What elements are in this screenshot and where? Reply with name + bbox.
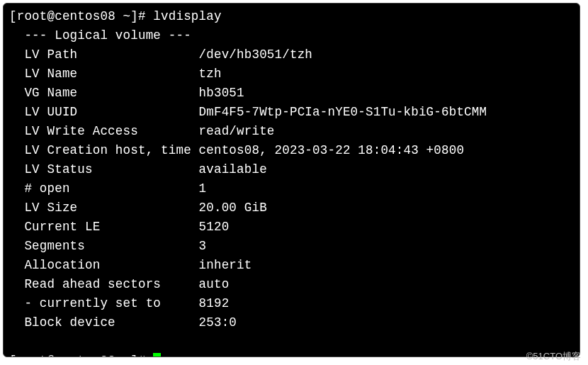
row-label: Segments: [9, 239, 191, 253]
row-value: tzh: [199, 67, 222, 81]
output-row: - currently set to 8192: [9, 294, 574, 313]
output-row: VG Name hb3051: [9, 84, 574, 103]
output-row: LV Size 20.00 GiB: [9, 198, 574, 218]
row-label: VG Name: [9, 86, 191, 100]
prompt-symbol: #: [138, 354, 146, 357]
row-separator: [191, 143, 199, 157]
row-value: 3: [199, 239, 207, 253]
row-value: read/write: [199, 124, 275, 138]
output-row: Allocation inherit: [9, 256, 574, 275]
row-label: LV UUID: [9, 105, 191, 119]
output-row: LV Status available: [9, 160, 574, 179]
output-rows: LV Path /dev/hb3051/tzh LV Name tzh VG N…: [9, 45, 574, 332]
bracket-open: [: [9, 9, 17, 23]
output-row: LV UUID DmF4F5-7Wtp-PCIa-nYE0-S1Tu-kbiG-…: [9, 103, 574, 122]
row-value: inherit: [199, 258, 252, 272]
row-separator: [191, 277, 199, 291]
space: [115, 354, 123, 357]
blank-line: [9, 332, 574, 352]
row-separator: [191, 201, 199, 215]
output-row: LV Creation host, time centos08, 2023-03…: [9, 141, 574, 160]
output-row: Current LE 5120: [9, 218, 574, 237]
space: [146, 354, 154, 357]
row-value: centos08, 2023-03-22 18:04:43 +0800: [199, 143, 465, 157]
prompt-host: centos08: [55, 354, 115, 357]
row-label: Allocation: [9, 258, 191, 272]
watermark-text: ©51CTO博客: [526, 350, 581, 363]
row-label: Read ahead sectors: [9, 277, 191, 291]
output-header: --- Logical volume ---: [9, 26, 574, 45]
prompt-user: root: [17, 9, 47, 23]
row-label: LV Name: [9, 67, 191, 81]
prompt-path: ~: [123, 354, 131, 357]
output-row: Read ahead sectors auto: [9, 275, 574, 294]
row-label: LV Creation host, time: [9, 143, 191, 157]
row-separator: [191, 239, 199, 253]
bracket-open: [: [9, 354, 17, 357]
output-row: Block device 253:0: [9, 313, 574, 332]
row-value: hb3051: [199, 86, 244, 100]
row-value: 20.00 GiB: [199, 201, 267, 215]
space: [146, 9, 154, 23]
row-separator: [191, 86, 199, 100]
bracket-close: ]: [130, 354, 138, 357]
row-separator: [191, 181, 199, 196]
row-value: auto: [199, 277, 230, 291]
row-separator: [191, 67, 199, 81]
row-label: LV Write Access: [9, 124, 191, 138]
prompt-user: root: [17, 354, 47, 357]
row-value: 253:0: [199, 315, 237, 330]
row-separator: [191, 220, 199, 234]
output-row: LV Name tzh: [9, 64, 574, 84]
space: [115, 9, 123, 23]
output-row: LV Path /dev/hb3051/tzh: [9, 45, 574, 64]
row-label: # open: [9, 181, 191, 196]
output-row: LV Write Access read/write: [9, 122, 574, 141]
row-label: Block device: [9, 315, 191, 330]
row-value: 8192: [199, 296, 230, 310]
cursor: [153, 353, 161, 357]
prompt-line-1: [root@centos08 ~]# lvdisplay: [9, 7, 574, 26]
prompt-symbol: #: [138, 9, 146, 23]
row-label: LV Path: [9, 47, 191, 62]
row-separator: [191, 162, 199, 176]
row-separator: [191, 258, 199, 272]
row-separator: [191, 296, 199, 310]
row-value: /dev/hb3051/tzh: [199, 47, 313, 62]
row-separator: [191, 105, 199, 119]
row-value: 5120: [199, 220, 230, 234]
row-separator: [191, 124, 199, 138]
at-symbol: @: [47, 9, 55, 23]
row-label: - currently set to: [9, 296, 191, 310]
bracket-close: ]: [130, 9, 138, 23]
output-row: # open 1: [9, 179, 574, 198]
at-symbol: @: [47, 354, 55, 357]
output-row: Segments 3: [9, 237, 574, 256]
command-text: lvdisplay: [153, 9, 221, 23]
row-label: LV Size: [9, 201, 191, 215]
prompt-line-2[interactable]: [root@centos08 ~]#: [9, 352, 574, 357]
prompt-host: centos08: [55, 9, 115, 23]
row-separator: [191, 315, 199, 330]
row-value: available: [199, 162, 267, 176]
row-label: LV Status: [9, 162, 191, 176]
row-separator: [191, 47, 199, 62]
row-label: Current LE: [9, 220, 191, 234]
terminal-window[interactable]: [root@centos08 ~]# lvdisplay --- Logical…: [3, 3, 580, 357]
prompt-path: ~: [123, 9, 131, 23]
row-value: 1: [199, 181, 207, 196]
row-value: DmF4F5-7Wtp-PCIa-nYE0-S1Tu-kbiG-6btCMM: [199, 105, 487, 119]
